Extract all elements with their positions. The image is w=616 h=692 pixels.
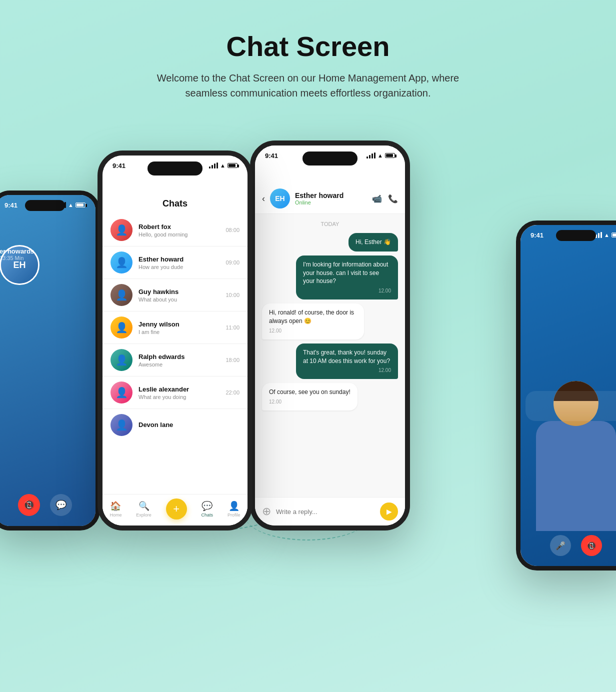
chat-avatar-ralph: 👤 xyxy=(110,349,132,371)
video-call-icon[interactable]: 📹 xyxy=(372,194,382,204)
phone-left: 9:41 ▲ EH er howards xyxy=(0,190,100,530)
signal-icon xyxy=(57,202,66,208)
caller-info: er howards 13:35 Min xyxy=(0,248,34,261)
nav-chats[interactable]: 💬 Chats xyxy=(202,500,214,518)
status-time-chat: 9:41 xyxy=(265,152,278,160)
phone-middle: 9:41 ▲ Chats xyxy=(98,150,252,530)
status-icons-far-right: ▲ xyxy=(593,232,616,238)
video-bg-gradient xyxy=(0,195,96,526)
chat-name-guy: Guy hawkins xyxy=(138,288,220,296)
avatar-icon-devon: 👤 xyxy=(116,419,128,431)
mic-icon: 🎤 xyxy=(556,541,566,550)
home-icon: 🏠 xyxy=(110,500,121,512)
chat-time-guy: 10:00 xyxy=(226,292,240,298)
phones-container: 9:41 ▲ EH er howards xyxy=(0,120,616,620)
chat-item-leslie[interactable]: 👤 Leslie alexander What are you doing 22… xyxy=(102,376,248,409)
avatar-icon-leslie: 👤 xyxy=(116,386,128,398)
chat-icon: 💬 xyxy=(56,500,66,510)
end-call-icon-fr: 📵 xyxy=(586,541,596,550)
msg-text-3: Hi, ronald! of course, the door is alway… xyxy=(269,309,354,324)
chats-icon: 💬 xyxy=(202,500,212,512)
video-call-controls: 🎤 📵 xyxy=(520,535,616,556)
chat-avatar-devon: 👤 xyxy=(110,414,132,436)
signal-icon-m xyxy=(209,162,218,168)
msg-out-3: That's great, thank you! sunday at 10 AM… xyxy=(296,344,398,380)
chat-avatar-robert: 👤 xyxy=(110,219,132,241)
msg-text-5: Of course, see you on sunday! xyxy=(269,388,350,396)
signal-icon-fr xyxy=(593,232,602,238)
chat-preview-leslie: What are you doing xyxy=(138,394,220,400)
send-button[interactable]: ▶ xyxy=(380,502,398,520)
avatar-icon-esther: 👤 xyxy=(116,256,128,268)
nav-explore[interactable]: 🔍 Explore xyxy=(136,500,152,518)
end-call-icon: 📵 xyxy=(24,500,34,510)
chat-time-leslie: 22:00 xyxy=(226,390,240,396)
phone-chat: 9:41 ▲ ‹ EH Esther howard Online xyxy=(250,140,410,530)
chat-name-ralph: Ralph edwards xyxy=(138,353,220,360)
nav-add-button[interactable]: + xyxy=(166,498,187,520)
back-button[interactable]: ‹ xyxy=(262,194,265,204)
chat-preview-esther: How are you dude xyxy=(138,264,220,270)
chat-name-devon: Devon lane xyxy=(138,421,240,428)
msg-text-4: That's great, thank you! sunday at 10 AM… xyxy=(303,349,390,364)
battery-icon-c xyxy=(385,153,395,158)
chat-item-ralph[interactable]: 👤 Ralph edwards Awesome 18:00 xyxy=(102,344,248,376)
msg-time-3: 12.00 xyxy=(269,328,357,334)
chat-info-leslie: Leslie alexander What are you doing xyxy=(138,386,220,400)
chat-info-ralph: Ralph edwards Awesome xyxy=(138,353,220,368)
chat-item-devon[interactable]: 👤 Devon lane xyxy=(102,409,248,441)
chat-item-esther[interactable]: 👤 Esther howard How are you dude 09:00 xyxy=(102,246,248,279)
msg-time-4: 12.00 xyxy=(303,367,391,374)
chat-info-esther: Esther howard How are you dude xyxy=(138,256,220,270)
chat-avatar-leslie: 👤 xyxy=(110,382,132,404)
page-header: Chat Screen Welcome to the Chat Screen o… xyxy=(0,0,616,110)
chat-item-guy[interactable]: 👤 Guy hawkins What about you 10:00 xyxy=(102,279,248,312)
status-bar-chat: 9:41 ▲ xyxy=(255,146,405,164)
status-bar-middle: 9:41 ▲ xyxy=(102,156,248,174)
chat-conversation-screen: 9:41 ▲ ‹ EH Esther howard Online xyxy=(255,146,405,526)
chat-list: 👤 Robert fox Hello, good morning 08:00 👤… xyxy=(102,214,248,494)
chat-item-robert[interactable]: 👤 Robert fox Hello, good morning 08:00 xyxy=(102,214,248,246)
avatar-icon-jenny: 👤 xyxy=(116,322,128,334)
caller-name: er howards xyxy=(0,248,34,255)
nav-home[interactable]: 🏠 Home xyxy=(110,500,122,518)
wifi-icon: ▲ xyxy=(68,202,74,208)
end-call-button[interactable]: 📵 xyxy=(18,494,40,516)
chat-preview-guy: What about you xyxy=(138,296,220,302)
chat-avatar-jenny: 👤 xyxy=(110,316,132,338)
chat-preview-ralph: Awesome xyxy=(138,362,220,368)
page-title: Chat Screen xyxy=(10,30,606,62)
wifi-icon-c: ▲ xyxy=(378,152,383,158)
end-video-call-button[interactable]: 📵 xyxy=(581,535,602,556)
status-time-middle: 9:41 xyxy=(112,162,126,170)
reply-bar: ⊕ ▶ xyxy=(255,497,405,526)
battery-icon-m xyxy=(228,163,238,168)
voice-call-icon[interactable]: 📞 xyxy=(388,194,398,204)
chat-info-devon: Devon lane xyxy=(138,421,240,430)
chat-name-robert: Robert fox xyxy=(138,223,220,230)
msg-text-1: Hi, Esther 👋 xyxy=(356,238,391,246)
mic-button[interactable]: 🎤 xyxy=(550,535,571,556)
chat-button[interactable]: 💬 xyxy=(50,494,72,516)
add-attachment-button[interactable]: ⊕ xyxy=(262,505,271,518)
contact-name: Esther howard xyxy=(295,192,367,200)
reply-input[interactable] xyxy=(276,508,375,516)
chat-info-robert: Robert fox Hello, good morning xyxy=(138,223,220,238)
contact-status: Online xyxy=(295,200,367,206)
msg-time-5: 12.00 xyxy=(269,398,350,406)
msg-out-2: I'm looking for information about your h… xyxy=(296,256,398,300)
nav-profile-label: Profile xyxy=(228,512,240,518)
chat-time-jenny: 11:00 xyxy=(226,324,240,330)
avatar-icon-guy: 👤 xyxy=(116,289,128,301)
phone-far-right: 9:41 ▲ xyxy=(516,220,616,570)
contact-info: Esther howard Online xyxy=(295,192,367,206)
status-bar-far-right: 9:41 ▲ xyxy=(520,225,616,243)
wifi-icon-fr: ▲ xyxy=(604,232,610,238)
status-icons-chat: ▲ xyxy=(366,152,395,158)
video-call-screen: 9:41 ▲ xyxy=(520,225,616,566)
messages-area: TODAY Hi, Esther 👋 I'm looking for infor… xyxy=(255,214,405,497)
video-background: 9:41 ▲ EH er howards xyxy=(0,195,96,526)
chat-item-jenny[interactable]: 👤 Jenny wilson I am fine 11:00 xyxy=(102,312,248,344)
nav-profile[interactable]: 👤 Profile xyxy=(228,500,240,518)
msg-in-1: Hi, ronald! of course, the door is alway… xyxy=(262,304,364,340)
